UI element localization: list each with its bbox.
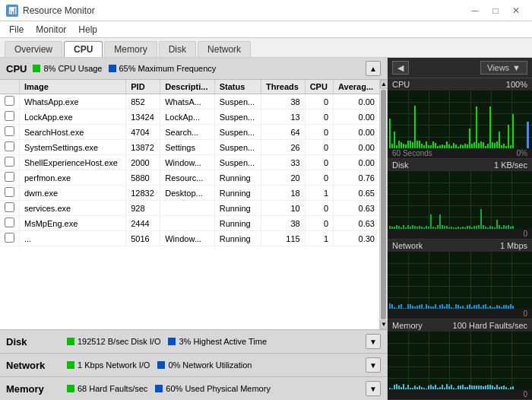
network-blue-dot: [157, 361, 165, 369]
disk-collapse-btn[interactable]: ▼: [366, 334, 381, 349]
table-row[interactable]: ... 5016 Window... Running 115 1 0.30: [0, 231, 379, 246]
col-threads[interactable]: Threads: [261, 80, 306, 94]
graph-cpu: CPU 100% 60 Seconds 0%: [388, 78, 532, 159]
table-row[interactable]: services.exe 928 Running 10 0 0.63: [0, 201, 379, 216]
col-desc[interactable]: Descripti...: [160, 80, 214, 94]
memory-blue-dot: [155, 385, 163, 392]
table-row[interactable]: SystemSettings.exe 13872 Settings Suspen…: [0, 140, 379, 155]
disk-green-dot: [67, 338, 74, 345]
tab-disk[interactable]: Disk: [159, 41, 196, 57]
graph-disk: Disk 1 KB/sec 0: [388, 159, 532, 240]
cpu-section-header[interactable]: CPU 8% CPU Usage 65% Maximum Frequency ▲: [0, 58, 387, 80]
app-icon: 📊: [6, 5, 18, 17]
cpu-usage-label: 8% CPU Usage: [43, 64, 102, 73]
menu-file[interactable]: File: [3, 23, 30, 37]
views-btn[interactable]: Views ▼: [480, 61, 527, 75]
tab-cpu[interactable]: CPU: [64, 41, 103, 57]
tab-network[interactable]: Network: [198, 41, 251, 57]
menu-bar: File Monitor Help: [0, 21, 532, 38]
network-title: Network: [6, 360, 59, 371]
menu-help[interactable]: Help: [72, 23, 103, 37]
network-section-header[interactable]: Network 1 Kbps Network I/O 0% Network Ut…: [0, 353, 387, 376]
memory-title: Memory: [6, 383, 59, 395]
cpu-maxfreq-label: 65% Maximum Frequency: [119, 64, 217, 73]
table-row[interactable]: MsMpEng.exe 2444 Running 38 0 0.63: [0, 216, 379, 231]
cpu-blue-dot: [109, 65, 116, 72]
right-panel: ◀ Views ▼ CPU 100% 60 Seconds 0% Disk 1 …: [388, 58, 532, 400]
views-label: Views: [487, 63, 509, 72]
col-checkbox: [0, 80, 20, 94]
graph-network: Network 1 Mbps 0: [388, 240, 532, 320]
minimize-button[interactable]: ─: [465, 3, 485, 18]
tab-memory[interactable]: Memory: [104, 41, 157, 57]
app-title: Resource Monitor: [23, 5, 95, 16]
table-row[interactable]: WhatsApp.exe 852 WhatsA... Suspen... 38 …: [0, 94, 379, 110]
right-panel-header: ◀ Views ▼: [388, 58, 532, 78]
cpu-green-dot: [33, 65, 40, 72]
table-row[interactable]: SearchHost.exe 4704 Search... Suspen... …: [0, 125, 379, 140]
memory-stat2: 60% Used Physical Memory: [166, 384, 271, 393]
disk-blue-dot: [168, 338, 176, 345]
table-row[interactable]: LockApp.exe 13424 LockAp... Suspen... 13…: [0, 110, 379, 125]
memory-collapse-btn[interactable]: ▼: [366, 381, 381, 396]
col-image[interactable]: Image: [20, 80, 126, 94]
col-status[interactable]: Status: [214, 80, 261, 94]
table-row[interactable]: dwm.exe 12832 Desktop... Running 18 1 0.…: [0, 186, 379, 201]
disk-title: Disk: [6, 336, 59, 348]
disk-stat2: 3% Highest Active Time: [179, 337, 267, 346]
title-bar: 📊 Resource Monitor ─ □ ✕: [0, 0, 532, 21]
maximize-button[interactable]: □: [486, 3, 505, 18]
network-stat2: 0% Network Utilization: [168, 360, 252, 370]
tab-bar: Overview CPU Memory Disk Network: [0, 38, 532, 58]
tab-overview[interactable]: Overview: [5, 41, 62, 57]
memory-stat1: 68 Hard Faults/sec: [78, 384, 147, 393]
memory-section-header[interactable]: Memory 68 Hard Faults/sec 60% Used Physi…: [0, 376, 387, 400]
memory-green-dot: [67, 385, 74, 392]
disk-stat1: 192512 B/sec Disk I/O: [78, 337, 160, 346]
cpu-collapse-btn[interactable]: ▲: [366, 61, 381, 76]
table-row[interactable]: perfmon.exe 5880 Resourc... Running 20 0…: [0, 170, 379, 186]
disk-section-header[interactable]: Disk 192512 B/sec Disk I/O 3% Highest Ac…: [0, 329, 387, 353]
network-stat1: 1 Kbps Network I/O: [78, 360, 150, 370]
graph-memory: Memory 100 Hard Faults/sec 0: [388, 319, 532, 400]
close-button[interactable]: ✕: [506, 3, 526, 18]
network-green-dot: [67, 361, 74, 369]
nav-prev-btn[interactable]: ◀: [392, 61, 409, 75]
col-cpu[interactable]: CPU: [305, 80, 333, 94]
network-collapse-btn[interactable]: ▼: [366, 357, 381, 373]
table-row[interactable]: ShellExperienceHost.exe 2000 Window... S…: [0, 155, 379, 170]
cpu-title: CPU: [6, 63, 27, 75]
views-dropdown-icon: ▼: [512, 63, 521, 72]
col-avg[interactable]: Averag...: [334, 80, 379, 94]
col-pid[interactable]: PID: [126, 80, 160, 94]
menu-monitor[interactable]: Monitor: [30, 23, 72, 37]
